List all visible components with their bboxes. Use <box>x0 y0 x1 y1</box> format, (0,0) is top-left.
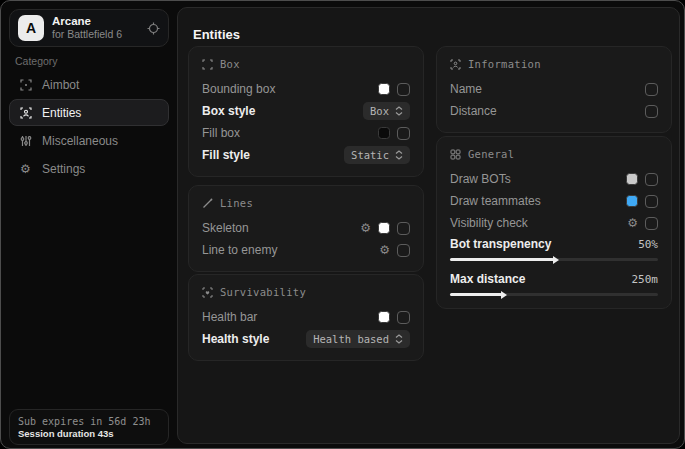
card-information: Information Name Distance <box>436 46 672 133</box>
color-swatch[interactable] <box>378 127 390 139</box>
dropdown-value: Static <box>351 149 389 161</box>
color-swatch[interactable] <box>626 173 638 185</box>
dropdown-fill-style[interactable]: Static <box>344 146 410 164</box>
arcane-window: A Arcane for Battlefield 6 Category <box>0 0 685 449</box>
dropdown-box-style[interactable]: Box <box>363 102 410 120</box>
gear-icon[interactable]: ⚙ <box>627 217 638 229</box>
setting-row-skeleton: Skeleton ⚙ <box>202 217 410 239</box>
slider-value: 250m <box>632 273 659 286</box>
sidebar-item-entities[interactable]: Entities <box>9 99 169 126</box>
setting-row-fill-style: Fill style Static <box>202 144 410 166</box>
setting-label: Line to enemy <box>202 243 277 257</box>
app-name: Arcane <box>52 15 139 28</box>
card-information-header: Information <box>450 56 658 72</box>
crosshair-icon[interactable] <box>147 22 160 35</box>
setting-row-draw-teammates: Draw teammates <box>450 190 658 212</box>
card-title: Survivability <box>220 286 306 298</box>
setting-label: Health bar <box>202 310 257 324</box>
main-panel: Entities Box Bounding box Box style <box>177 7 680 444</box>
scan-person-icon <box>450 59 461 70</box>
checkbox[interactable] <box>397 83 410 96</box>
card-title: Box <box>220 58 240 70</box>
sidebar-item-aimbot[interactable]: Aimbot <box>9 71 169 98</box>
card-title: Lines <box>220 197 253 209</box>
setting-label: Box style <box>202 104 255 118</box>
scan-person-icon <box>19 107 32 119</box>
card-box-header: Box <box>202 56 410 72</box>
crosshair-icon <box>19 79 32 91</box>
checkbox[interactable] <box>645 105 658 118</box>
setting-label: Bounding box <box>202 82 275 96</box>
max-distance-slider[interactable] <box>450 293 658 296</box>
setting-label: Health style <box>202 332 269 346</box>
checkbox[interactable] <box>645 173 658 186</box>
gear-icon[interactable]: ⚙ <box>379 244 390 256</box>
checkbox[interactable] <box>645 83 658 96</box>
setting-row-visibility-check: Visibility check ⚙ <box>450 212 658 234</box>
brand-card[interactable]: A Arcane for Battlefield 6 <box>9 9 169 47</box>
pencil-line-icon <box>202 198 213 209</box>
card-lines-header: Lines <box>202 195 410 211</box>
sidebar-nav: Aimbot Entities Miscellaneous <box>9 71 169 182</box>
frame-corners-icon <box>202 59 213 70</box>
setting-row-fill-box: Fill box <box>202 122 410 144</box>
setting-label: Distance <box>450 104 497 118</box>
sidebar-item-label: Settings <box>42 162 85 176</box>
sidebar-item-settings[interactable]: ⚙ Settings <box>9 155 169 182</box>
page-title: Entities <box>193 27 240 42</box>
setting-label: Max distance <box>450 272 525 286</box>
dropdown-value: Box <box>370 105 389 117</box>
sidebar-item-label: Aimbot <box>42 78 79 92</box>
brand-text: Arcane for Battlefield 6 <box>52 15 139 41</box>
card-box: Box Bounding box Box style Box <box>188 46 424 177</box>
slider-value: 50% <box>638 238 658 251</box>
card-title: General <box>468 148 514 160</box>
card-title: Information <box>468 58 541 70</box>
setting-label: Draw BOTs <box>450 172 511 186</box>
gear-icon[interactable]: ⚙ <box>360 222 371 234</box>
app-subtitle: for Battlefield 6 <box>52 28 139 41</box>
checkbox[interactable] <box>397 311 410 324</box>
dropdown-health-style[interactable]: Health based <box>306 330 410 348</box>
color-swatch[interactable] <box>378 222 390 234</box>
slider-fill <box>450 258 554 261</box>
dropdown-value: Health based <box>313 333 389 345</box>
slider-group-max-distance: Max distance 250m <box>450 269 658 296</box>
setting-row-bounding-box: Bounding box <box>202 78 410 100</box>
sliders-icon <box>19 135 32 147</box>
gear-icon: ⚙ <box>19 163 32 175</box>
setting-label: Fill box <box>202 126 240 140</box>
setting-label: Visibility check <box>450 216 528 230</box>
chevron-up-down-icon <box>395 150 403 160</box>
subscription-info: Sub expires in 56d 23h Session duration … <box>9 409 169 445</box>
card-general: General Draw BOTs Draw teammates Visibil… <box>436 136 672 309</box>
checkbox[interactable] <box>645 195 658 208</box>
setting-row-health-bar: Health bar <box>202 306 410 328</box>
setting-label: Skeleton <box>202 221 249 235</box>
checkbox[interactable] <box>397 244 410 257</box>
setting-row-draw-bots: Draw BOTs <box>450 168 658 190</box>
checkbox[interactable] <box>645 217 658 230</box>
heart-frame-icon <box>202 287 213 298</box>
bot-transpenency-slider[interactable] <box>450 258 658 261</box>
card-survivability: Survivability Health bar Health style He… <box>188 274 424 361</box>
sidebar-item-miscellaneous[interactable]: Miscellaneous <box>9 127 169 154</box>
checkbox[interactable] <box>397 222 410 235</box>
setting-row-line-to-enemy: Line to enemy ⚙ <box>202 239 410 261</box>
checkbox[interactable] <box>397 127 410 140</box>
color-swatch[interactable] <box>378 83 390 95</box>
setting-label: Fill style <box>202 148 250 162</box>
sub-expires-text: Sub expires in 56d 23h <box>18 415 160 428</box>
color-swatch[interactable] <box>378 311 390 323</box>
chevron-up-down-icon <box>395 106 403 116</box>
setting-label: Name <box>450 82 482 96</box>
setting-row-name: Name <box>450 78 658 100</box>
setting-row-distance: Distance <box>450 100 658 122</box>
setting-row-health-style: Health style Health based <box>202 328 410 350</box>
app-logo-letter: A <box>26 20 36 36</box>
sidebar-item-label: Entities <box>42 106 81 120</box>
card-lines: Lines Skeleton ⚙ Line to enemy ⚙ <box>188 185 424 272</box>
slider-fill <box>450 293 502 296</box>
color-swatch[interactable] <box>626 195 638 207</box>
sidebar: A Arcane for Battlefield 6 Category <box>1 1 177 448</box>
